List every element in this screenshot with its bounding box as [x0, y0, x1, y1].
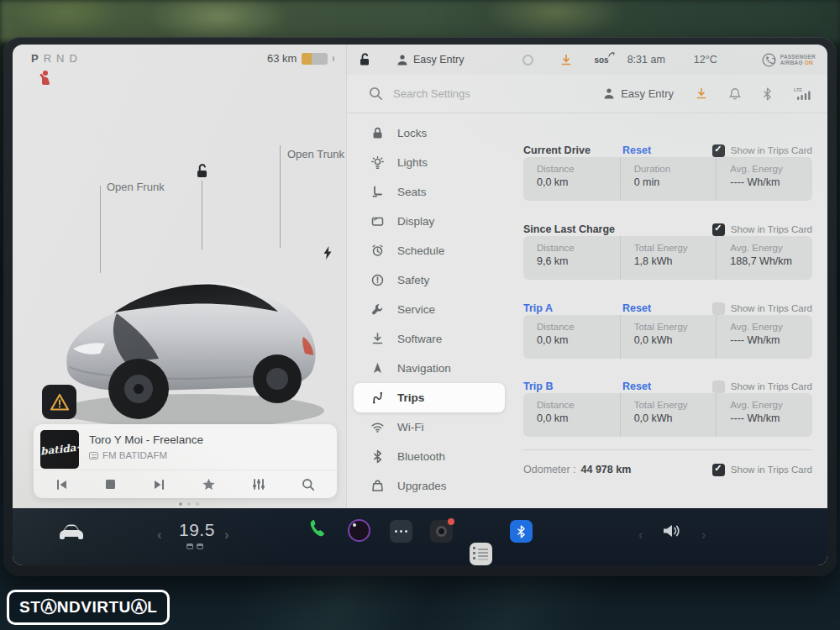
- sidebar-item-schedule[interactable]: Schedule: [347, 236, 512, 265]
- previous-icon[interactable]: [55, 479, 69, 491]
- show-in-trips-checkbox[interactable]: [712, 302, 725, 315]
- settings-header: Search Settings Easy Entry LTE: [347, 75, 827, 113]
- settings-panel: Search Settings Easy Entry LTE Locks: [346, 75, 827, 508]
- sos-indicator: sos: [594, 55, 608, 65]
- navigation-icon: [370, 361, 385, 375]
- cabin-temperature[interactable]: 19.5: [179, 520, 215, 540]
- open-frunk-label[interactable]: Open Frunk: [107, 181, 165, 194]
- download-icon[interactable]: [560, 54, 572, 66]
- media-player-card[interactable]: batida· Toro Y Moi - Freelance FM BATIDA…: [34, 424, 337, 498]
- media-source[interactable]: FM BATIDAFM: [89, 450, 167, 460]
- sidebar-item-upgrades[interactable]: Upgrades: [347, 471, 512, 501]
- sidebar-item-display[interactable]: Display: [347, 207, 512, 236]
- stop-icon[interactable]: [105, 479, 116, 490]
- gear-indicator: PRND: [31, 52, 82, 65]
- passenger-airbag-indicator: PASSENGERAIRBAG ON: [762, 53, 816, 67]
- sidebar-item-safety[interactable]: Safety: [347, 265, 512, 295]
- light-icon: [370, 155, 385, 170]
- gear-rest: RND: [44, 52, 82, 65]
- vehicle-visualization[interactable]: [36, 211, 342, 446]
- unlocked-icon[interactable]: [195, 164, 209, 178]
- odometer-label: Odometer :: [523, 464, 576, 475]
- show-in-trips-checkbox[interactable]: [712, 223, 725, 236]
- current-drive-table: Distance0,0 km Duration0 min Avg. Energy…: [523, 157, 812, 201]
- bluetooth-app-icon[interactable]: [510, 520, 533, 543]
- bluetooth-icon[interactable]: [763, 87, 772, 101]
- album-art-label: batida·: [40, 442, 79, 458]
- show-in-trips-checkbox[interactable]: [712, 464, 725, 476]
- equalizer-icon[interactable]: [252, 478, 265, 491]
- odometer-value: 44 978 km: [581, 464, 632, 475]
- sidebar-item-navigation[interactable]: Navigation: [347, 354, 512, 383]
- search-icon[interactable]: [302, 478, 315, 491]
- odometer-row: Odometer : 44 978 km Show in Trips Card: [523, 461, 812, 478]
- trip-name[interactable]: Trip A: [523, 302, 622, 314]
- reset-button[interactable]: Reset: [622, 302, 651, 314]
- voice-app-icon[interactable]: [348, 519, 370, 542]
- lock-icon: [370, 126, 385, 140]
- phone-icon[interactable]: [307, 518, 328, 540]
- bluetooth-icon: [370, 449, 385, 464]
- sidebar-item-lights[interactable]: Lights: [347, 148, 512, 177]
- since-last-charge-table: Distance9,6 km Total Energy1,8 kWh Avg. …: [523, 236, 812, 280]
- section-title: Since Last Charge: [523, 223, 615, 235]
- calendar-icon[interactable]: [470, 543, 492, 565]
- record-status-icon[interactable]: [522, 55, 533, 66]
- album-art[interactable]: batida·: [40, 430, 79, 469]
- volume-down-chevron[interactable]: ‹: [638, 527, 643, 543]
- seatbelt-warning-icon: [38, 70, 55, 88]
- battery-range[interactable]: 63 km: [267, 52, 334, 65]
- reset-button[interactable]: Reset: [622, 381, 651, 392]
- outside-temperature: 12°C: [694, 54, 717, 66]
- temp-increase-chevron[interactable]: ›: [224, 527, 229, 543]
- seat-icon: [370, 185, 385, 199]
- sidebar-item-software[interactable]: Software: [347, 324, 512, 354]
- airbag-icon: [762, 53, 776, 67]
- show-in-trips-checkbox[interactable]: [712, 144, 725, 157]
- lte-signal-icon: LTE: [794, 87, 811, 100]
- search-icon[interactable]: [369, 87, 383, 101]
- seat-heater-icons[interactable]: [186, 543, 203, 549]
- sidebar-item-trips[interactable]: Trips: [354, 383, 505, 412]
- favorite-icon[interactable]: [202, 478, 216, 491]
- trip-b-header: Trip B Reset Show in Trips Card: [523, 378, 812, 395]
- dashcam-icon[interactable]: [430, 520, 453, 543]
- profile-icon: [603, 87, 615, 100]
- battery-icon: [302, 53, 328, 65]
- trip-name[interactable]: Trip B: [523, 381, 622, 392]
- bell-icon[interactable]: [729, 87, 741, 100]
- search-settings-input[interactable]: Search Settings: [393, 87, 470, 100]
- volume-up-chevron[interactable]: ›: [701, 527, 706, 543]
- trips-content: Current Drive Reset Show in Trips Card D…: [523, 118, 812, 508]
- sidebar-item-wifi[interactable]: Wi-Fi: [347, 412, 512, 442]
- more-apps-icon[interactable]: [390, 520, 412, 543]
- section-title: Current Drive: [523, 144, 622, 156]
- car-controls-button[interactable]: [56, 522, 87, 543]
- hazard-warning-icon: [50, 393, 70, 412]
- current-drive-header: Current Drive Reset Show in Trips Card: [523, 142, 812, 159]
- next-icon[interactable]: [152, 479, 165, 491]
- profile-button[interactable]: Easy Entry: [603, 87, 674, 100]
- show-in-trips-checkbox[interactable]: [712, 381, 725, 393]
- sidebar-item-bluetooth[interactable]: Bluetooth: [347, 442, 512, 471]
- trip-b-table: Distance0,0 km Total Energy0,0 kWh Avg. …: [523, 393, 812, 437]
- trip-a-table: Distance0,0 km Total Energy0,0 kWh Avg. …: [523, 315, 812, 359]
- driver-profile[interactable]: Easy Entry: [413, 54, 464, 66]
- sidebar-item-locks[interactable]: Locks: [347, 118, 512, 148]
- settings-sidebar: Locks Lights Seats Display Schedule Safe…: [347, 118, 512, 501]
- open-trunk-label[interactable]: Open Trunk: [287, 148, 344, 161]
- range-text: 63 km: [267, 52, 297, 65]
- trips-icon: [370, 391, 385, 405]
- reset-button[interactable]: Reset: [622, 144, 651, 156]
- unlocked-icon[interactable]: [359, 53, 371, 66]
- tesla-touchscreen: PRND 63 km Easy Entry sos 8:31 am 12°C: [13, 45, 827, 565]
- sidebar-item-seats[interactable]: Seats: [347, 177, 512, 207]
- trip-a-header: Trip A Reset Show in Trips Card: [523, 300, 812, 317]
- download-icon[interactable]: [696, 87, 707, 100]
- page-indicator: [179, 502, 199, 506]
- track-title[interactable]: Toro Y Moi - Freelance: [89, 433, 203, 446]
- temp-decrease-chevron[interactable]: ‹: [157, 527, 162, 543]
- volume-icon[interactable]: [661, 522, 681, 540]
- sidebar-item-service[interactable]: Service: [347, 295, 512, 324]
- hazard-warning-button[interactable]: [42, 385, 76, 419]
